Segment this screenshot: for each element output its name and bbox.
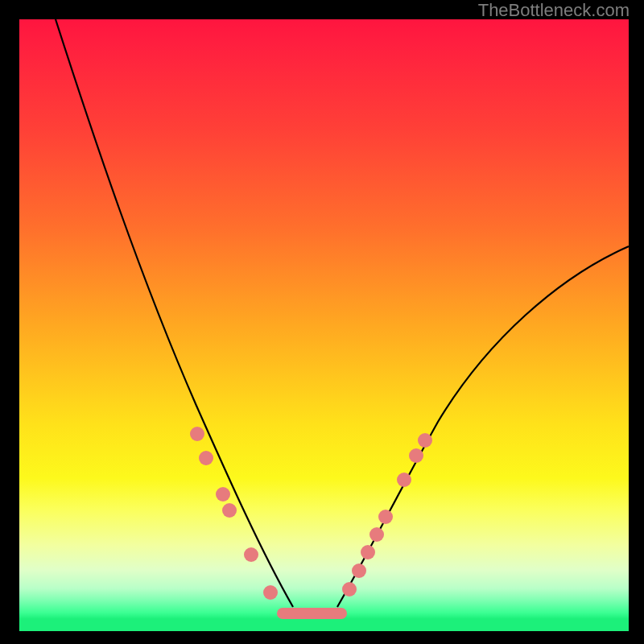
plot-area: [19, 19, 629, 631]
data-point: [378, 510, 393, 524]
watermark-text: TheBottleneck.com: [478, 0, 630, 21]
data-point: [244, 547, 258, 562]
chart-stage: TheBottleneck.com: [0, 0, 644, 644]
data-point: [409, 448, 423, 463]
data-point: [369, 527, 384, 542]
data-point: [263, 585, 278, 600]
curve-right: [337, 246, 629, 607]
data-point: [190, 427, 204, 441]
data-point: [216, 487, 230, 502]
data-point: [361, 545, 375, 559]
data-point: [418, 433, 432, 448]
data-point: [222, 503, 237, 518]
curves-svg: [19, 19, 629, 631]
data-point: [397, 473, 411, 487]
data-point: [199, 451, 213, 465]
curve-left: [56, 19, 293, 607]
data-point: [342, 582, 357, 597]
data-point: [352, 564, 366, 578]
